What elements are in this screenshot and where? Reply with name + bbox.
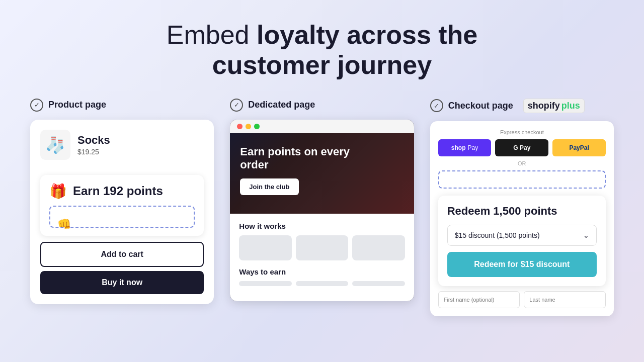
gpay-button[interactable]: G Pay <box>495 139 548 156</box>
product-name: Socks <box>77 134 110 147</box>
headline-section: Embed loyalty across the customer journe… <box>167 20 478 80</box>
hero-title: Earn points on every order <box>240 145 351 172</box>
ways-skeleton-lines <box>239 281 405 286</box>
sock-icon: 🧦 <box>40 130 70 160</box>
dedicated-card: Earn points on every order Join the club… <box>230 120 414 301</box>
plus-text: plus <box>561 101 580 111</box>
shopify-plus-badge: shopifyplus <box>523 99 585 113</box>
browser-dot-green <box>254 124 260 129</box>
drag-area: 👊 <box>49 206 195 228</box>
how-it-works-title: How it works <box>239 222 405 230</box>
product-page-label: Product page <box>48 100 106 110</box>
express-label: Express checkout <box>438 129 606 135</box>
headline-bold: loyalty across the <box>257 20 477 49</box>
discount-select[interactable]: $15 discount (1,500 points) ⌄ <box>447 225 597 246</box>
ways-to-earn-section: Ways to earn <box>239 267 405 286</box>
headline-prefix: Embed <box>167 20 257 49</box>
gift-icon: 🎁 <box>49 183 67 200</box>
earn-points-text: Earn 192 points <box>73 184 163 198</box>
redeem-widget: Redeem 1,500 points $15 discount (1,500 … <box>438 196 606 286</box>
feature-columns: ✓ Product page 🧦 Socks $19.25 🎁 Earn 192… <box>30 99 614 316</box>
shop-pay-label: shop <box>451 144 466 151</box>
product-info: Socks $19.25 <box>77 134 110 156</box>
browser-dot-yellow <box>246 124 251 129</box>
hero-text: Earn points on every order Join the club <box>240 145 404 196</box>
earn-points-widget: 🎁 Earn 192 points 👊 <box>40 175 204 236</box>
dedicated-page-column: ✓ Dedicated page Earn points on every or… <box>230 99 414 301</box>
dedicated-page-check-icon: ✓ <box>230 99 243 112</box>
dedicated-hero: Earn points on every order Join the club <box>230 133 414 214</box>
redeem-button[interactable]: Redeem for $15 discount <box>447 252 597 277</box>
gpay-label: G Pay <box>513 144 530 151</box>
paypal-button[interactable]: PayPal <box>552 139 606 156</box>
payment-buttons: shop Pay G Pay PayPal <box>438 139 606 156</box>
product-price: $19.25 <box>77 148 110 156</box>
redeem-title: Redeem 1,500 points <box>447 205 597 218</box>
discount-label: $15 discount (1,500 points) <box>455 231 540 239</box>
add-to-cart-button[interactable]: Add to cart <box>40 242 204 267</box>
paypal-label: PayPal <box>569 144 589 151</box>
earn-row: 🎁 Earn 192 points <box>49 183 195 200</box>
checkout-top: Express checkout shop Pay G Pay PayPal O… <box>438 129 606 189</box>
shopify-text: shopify <box>528 101 560 111</box>
browser-dot-red <box>237 124 243 129</box>
last-name-field[interactable] <box>524 291 606 308</box>
browser-bar <box>230 120 414 133</box>
product-header: 🧦 Socks $19.25 <box>40 130 204 167</box>
shop-pay-suffix: Pay <box>468 144 478 151</box>
checkout-card: Express checkout shop Pay G Pay PayPal O… <box>430 121 614 316</box>
product-page-label-row: ✓ Product page <box>30 99 106 112</box>
checkout-page-check-icon: ✓ <box>430 99 443 112</box>
checkout-page-column: ✓ Checkout page shopifyplus Express chec… <box>430 99 614 316</box>
form-fields <box>438 291 606 308</box>
checkout-page-label: Checkout page <box>448 101 513 111</box>
buy-now-button[interactable]: Buy it now <box>40 271 204 294</box>
dedicated-page-label-row: ✓ Dedicated page <box>230 99 315 112</box>
ways-skel-3 <box>352 281 405 286</box>
skeleton-col-2 <box>296 235 348 260</box>
headline-line2: customer journey <box>212 50 432 79</box>
skeleton-columns <box>239 235 405 260</box>
dedicated-page-label: Dedicated page <box>248 100 315 110</box>
drag-cursor-icon: 👊 <box>57 218 71 231</box>
skeleton-col-3 <box>352 235 405 260</box>
skeleton-col-1 <box>239 235 291 260</box>
product-card: 🧦 Socks $19.25 🎁 Earn 192 points 👊 Add t… <box>30 120 214 304</box>
dedicated-content: How it works Ways to earn <box>230 214 414 301</box>
checkout-page-label-row: ✓ Checkout page shopifyplus <box>430 99 585 113</box>
or-divider: OR <box>438 160 606 166</box>
product-page-check-icon: ✓ <box>30 99 43 112</box>
ways-skel-2 <box>296 281 348 286</box>
join-club-button[interactable]: Join the club <box>240 178 298 195</box>
first-name-field[interactable] <box>438 291 520 308</box>
shop-pay-button[interactable]: shop Pay <box>438 139 492 156</box>
chevron-down-icon: ⌄ <box>583 231 589 239</box>
ways-skel-1 <box>239 281 291 286</box>
address-dashed-area <box>438 170 606 189</box>
product-page-column: ✓ Product page 🧦 Socks $19.25 🎁 Earn 192… <box>30 99 214 304</box>
ways-to-earn-title: Ways to earn <box>239 267 405 276</box>
